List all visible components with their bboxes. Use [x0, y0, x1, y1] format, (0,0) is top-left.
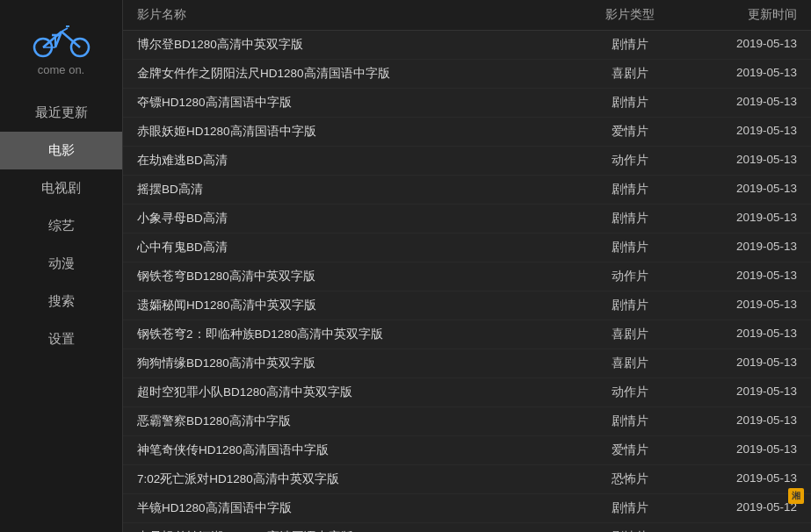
svg-line-6 — [62, 28, 68, 32]
sidebar: come on. 最近更新电影电视剧综艺动漫搜索设置 — [0, 0, 123, 532]
main-content: 影片名称 影片类型 更新时间 博尔登BD1280高清中英双字版剧情片2019-0… — [123, 0, 811, 532]
table-body: 博尔登BD1280高清中英双字版剧情片2019-05-13金牌女件作之阴阳法尺H… — [123, 31, 811, 532]
row-type: 剧情片 — [577, 37, 683, 53]
row-date: 2019-05-13 — [683, 37, 797, 53]
row-title: 神笔奇侠传HD1280高清国语中字版 — [137, 442, 577, 458]
row-title: 狗狗情缘BD1280高清中英双字版 — [137, 356, 577, 371]
row-type: 恐怖片 — [577, 471, 683, 487]
row-date: 2019-05-13 — [683, 327, 797, 342]
row-date: 2019-05-13 — [683, 153, 797, 169]
table-row[interactable]: 超时空犯罪小队BD1280高清中英双字版动作片2019-05-13 — [123, 378, 811, 407]
row-title: 半镜HD1280高清国语中字版 — [137, 500, 577, 516]
table-row[interactable]: 夺镖HD1280高清国语中字版剧情片2019-05-13 — [123, 89, 811, 118]
row-date: 2019-05-13 — [683, 95, 797, 111]
row-type: 剧情片 — [577, 95, 683, 111]
row-type: 爱情片 — [577, 442, 683, 458]
table-row[interactable]: 恶霸警察BD1280高清中字版剧情片2019-05-13 — [123, 407, 811, 436]
row-type: 动作片 — [577, 153, 683, 169]
logo-text: come on. — [38, 63, 84, 76]
col-header-type: 影片类型 — [577, 7, 683, 23]
row-title: 心中有鬼BD高清 — [137, 240, 577, 255]
col-header-title: 影片名称 — [137, 7, 577, 23]
row-type: 爱情片 — [577, 124, 683, 140]
sidebar-item-movie[interactable]: 电影 — [0, 132, 122, 169]
row-type: 剧情片 — [577, 500, 683, 516]
row-title: 恶霸警察BD1280高清中字版 — [137, 413, 577, 429]
row-date: 2019-05-13 — [683, 240, 797, 255]
table-row[interactable]: 狗狗情缘BD1280高清中英双字版喜剧片2019-05-13 — [123, 349, 811, 378]
row-type: 剧情片 — [577, 211, 683, 226]
row-date: 2019-05-13 — [683, 211, 797, 226]
table-row[interactable]: 神笔奇侠传HD1280高清国语中字版爱情片2019-05-13 — [123, 436, 811, 465]
row-date: 2019-05-12 — [683, 500, 797, 516]
row-date: 2019-05-13 — [683, 124, 797, 140]
row-title: 赤眼妖姬HD1280高清国语中字版 — [137, 124, 577, 140]
sidebar-item-variety[interactable]: 综艺 — [0, 207, 122, 245]
row-title: 遗孀秘闻HD1280高清中英双字版 — [137, 298, 577, 313]
row-type: 喜剧片 — [577, 66, 683, 82]
row-date: 2019-05-13 — [683, 269, 797, 284]
logo-icon — [31, 16, 92, 60]
row-type: 动作片 — [577, 269, 683, 284]
row-title: 摇摆BD高清 — [137, 182, 577, 198]
table-row[interactable]: 博尔登BD1280高清中英双字版剧情片2019-05-13 — [123, 31, 811, 60]
row-title: 钢铁苍穹BD1280高清中英双字版 — [137, 269, 577, 284]
nav-items: 最近更新电影电视剧综艺动漫搜索设置 — [0, 94, 122, 358]
row-type: 剧情片 — [577, 240, 683, 255]
sidebar-item-tv[interactable]: 电视剧 — [0, 169, 122, 207]
row-type: 剧情片 — [577, 298, 683, 313]
sidebar-item-anime[interactable]: 动漫 — [0, 245, 122, 283]
row-date: 2019-05-13 — [683, 298, 797, 313]
row-title: 钢铁苍穹2：即临种族BD1280高清中英双字版 — [137, 327, 577, 342]
table-row[interactable]: 钢铁苍穹2：即临种族BD1280高清中英双字版喜剧片2019-05-13 — [123, 320, 811, 349]
watermark-badge: 湘 — [788, 488, 804, 504]
logo-area: come on. — [31, 0, 92, 85]
col-header-date: 更新时间 — [683, 7, 797, 23]
row-type: 喜剧片 — [577, 356, 683, 371]
row-date: 2019-05-13 — [683, 182, 797, 198]
table-row[interactable]: 金牌女件作之阴阳法尺HD1280高清国语中字版喜剧片2019-05-13 — [123, 60, 811, 89]
sidebar-item-recent[interactable]: 最近更新 — [0, 94, 122, 132]
row-date: 2019-05-13 — [683, 413, 797, 429]
row-date: 2019-05-13 — [683, 66, 797, 82]
sidebar-item-settings[interactable]: 设置 — [0, 320, 122, 358]
row-title: 小象寻母BD高清 — [137, 211, 577, 226]
row-type: 动作片 — [577, 385, 683, 400]
table-row[interactable]: 赤眼妖姬HD1280高清国语中字版爱情片2019-05-13 — [123, 118, 811, 147]
row-date: 2019-05-13 — [683, 356, 797, 371]
row-date: 2019-05-13 — [683, 442, 797, 458]
table-row[interactable]: 在劫难逃BD高清动作片2019-05-13 — [123, 147, 811, 176]
table-row[interactable]: 遗孀秘闻HD1280高清中英双字版剧情片2019-05-13 — [123, 291, 811, 320]
table-row[interactable]: 小象寻母BD高清剧情片2019-05-13 — [123, 205, 811, 234]
row-title: 7:02死亡派对HD1280高清中英双字版 — [137, 471, 577, 487]
row-title: 博尔登BD1280高清中英双字版 — [137, 37, 577, 53]
sidebar-item-search[interactable]: 搜索 — [0, 283, 122, 320]
row-date: 2019-05-13 — [683, 471, 797, 487]
table-row[interactable]: 摇摆BD高清剧情片2019-05-13 — [123, 176, 811, 205]
row-type: 剧情片 — [577, 182, 683, 198]
row-type: 剧情片 — [577, 413, 683, 429]
row-title: 夺镖HD1280高清国语中字版 — [137, 95, 577, 111]
main-wrapper: 影片名称 影片类型 更新时间 博尔登BD1280高清中英双字版剧情片2019-0… — [123, 0, 811, 532]
table-row[interactable]: 虫兄蝇弟转江湖HD1280高清国语中字版剧情片2019-05-12 — [123, 523, 811, 532]
table-header: 影片名称 影片类型 更新时间 — [123, 0, 811, 31]
row-title: 超时空犯罪小队BD1280高清中英双字版 — [137, 385, 577, 400]
row-type: 喜剧片 — [577, 327, 683, 342]
table-row[interactable]: 钢铁苍穹BD1280高清中英双字版动作片2019-05-13 — [123, 262, 811, 291]
row-date: 2019-05-13 — [683, 385, 797, 400]
row-title: 在劫难逃BD高清 — [137, 153, 577, 169]
table-row[interactable]: 7:02死亡派对HD1280高清中英双字版恐怖片2019-05-13 — [123, 465, 811, 494]
table-row[interactable]: 心中有鬼BD高清剧情片2019-05-13 — [123, 234, 811, 262]
table-row[interactable]: 半镜HD1280高清国语中字版剧情片2019-05-12 — [123, 494, 811, 523]
row-title: 金牌女件作之阴阳法尺HD1280高清国语中字版 — [137, 66, 577, 82]
